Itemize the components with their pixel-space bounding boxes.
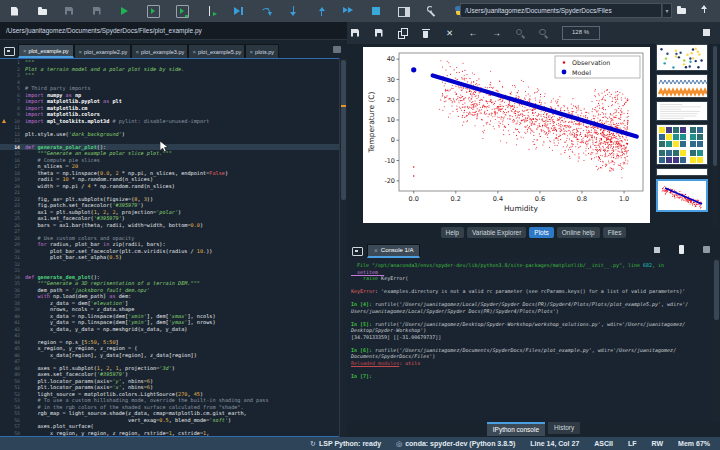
- editor-tab-plot_example2.py[interactable]: ×plot_example2.py: [74, 44, 131, 58]
- run-cell-icon[interactable]: [147, 5, 160, 18]
- inspect-object-icon[interactable]: [676, 244, 687, 255]
- plot-thumbnail-scatter-classes[interactable]: [656, 44, 708, 71]
- thumbnails-scrollbar[interactable]: [712, 44, 718, 225]
- close-all-plots-icon[interactable]: ✕: [444, 28, 455, 39]
- options-menu-icon[interactable]: [701, 244, 712, 255]
- plot-thumbnail-colorbar[interactable]: [656, 168, 708, 176]
- browse-tabs-icon[interactable]: [4, 47, 15, 56]
- close-icon[interactable]: ×: [374, 244, 378, 257]
- editor-tab-plot_example3.py[interactable]: ×plot_example3.py: [131, 44, 188, 58]
- svg-text:0: 0: [391, 136, 395, 144]
- svg-text:40: 40: [387, 55, 395, 63]
- svg-text:Temperature (C): Temperature (C): [367, 91, 376, 153]
- status-lf: LF: [628, 440, 637, 447]
- pane-tab-files[interactable]: Files: [603, 227, 627, 238]
- fit-plots-icon[interactable]: [701, 28, 712, 39]
- status-bar: ↻LSP Python: ready◎conda: spyder-dev (Py…: [0, 437, 720, 450]
- scrollbar-thumb[interactable]: [714, 260, 719, 320]
- tab-label: plot_example3.py: [141, 45, 184, 59]
- zoom-out-icon[interactable]: [538, 28, 549, 39]
- step-into-icon[interactable]: [288, 6, 299, 17]
- maximize-pane-icon[interactable]: [398, 7, 410, 17]
- plot-thumbnail-heatmap-matrix[interactable]: [656, 124, 708, 165]
- zoom-level-spinbox[interactable]: 128 %: [562, 26, 600, 40]
- pane-tab-help[interactable]: Help: [441, 227, 464, 238]
- pane-tab-row: HelpVariable ExplorerPlotsOnline helpFil…: [347, 225, 720, 240]
- open-file-icon[interactable]: [37, 6, 48, 17]
- save-all-plots-icon[interactable]: [374, 28, 385, 39]
- run-icon[interactable]: [119, 6, 130, 17]
- tab-label: plot_example5.py: [198, 45, 241, 59]
- svg-text:Model: Model: [572, 69, 591, 76]
- spyder-window: /Users/juanitagomez/Documents/SpyderDocs…: [0, 0, 720, 450]
- status-rw: RW: [652, 440, 664, 447]
- editor-scrollbar[interactable]: [339, 58, 347, 437]
- editor-tab-plot_example5.py[interactable]: ×plot_example5.py: [188, 44, 245, 58]
- humidity-temperature-chart[interactable]: -20-100102030400.00.20.40.60.81.0Humidit…: [363, 47, 650, 223]
- preferences-icon[interactable]: [427, 6, 438, 17]
- status-icon: ↻: [310, 440, 316, 448]
- working-directory-combo[interactable]: /Users/juanitagomez/Documents/SpyderDocs…: [460, 3, 662, 18]
- editor-tab-plot_example.py[interactable]: ×plot_example.py: [18, 44, 74, 58]
- svg-text:-20: -20: [384, 177, 395, 185]
- status-mem-67-: Mem 67%: [678, 440, 710, 447]
- status-lsp-python: ↻LSP Python: ready: [310, 440, 381, 448]
- parent-dir-icon[interactable]: [699, 5, 710, 16]
- plot-thumbnail-humidity-scatter[interactable]: [656, 179, 708, 212]
- tab-label: plot_example.py: [29, 44, 69, 58]
- run-selection-icon[interactable]: [206, 6, 217, 17]
- save-plot-icon[interactable]: [350, 28, 361, 39]
- new-file-icon[interactable]: [9, 6, 20, 17]
- continue-execution-icon[interactable]: [343, 6, 354, 17]
- tab-ipython-console[interactable]: IPython console: [487, 422, 545, 436]
- zoom-in-icon[interactable]: [515, 28, 526, 39]
- interrupt-kernel-icon[interactable]: [651, 244, 662, 255]
- scrollbar-thumb[interactable]: [341, 60, 346, 200]
- editor-tab-plots.py[interactable]: ×plots.py: [245, 44, 279, 58]
- svg-text:30: 30: [387, 76, 395, 84]
- workdir-toolbar: [676, 5, 710, 16]
- close-icon[interactable]: ×: [23, 44, 27, 58]
- run-cell-advance-icon[interactable]: [176, 5, 189, 18]
- browse-tabs-icon[interactable]: [352, 247, 363, 256]
- ipython-console-output[interactable]: File "/opt/anaconda3/envs/spyder-dev/lib…: [347, 258, 720, 422]
- pane-tab-online-help[interactable]: Online help: [557, 227, 600, 238]
- svg-text:-10: -10: [384, 157, 395, 165]
- save-icon[interactable]: [64, 6, 75, 17]
- tab-options-icon[interactable]: [332, 44, 343, 55]
- file-path-breadcrumb: /Users/juanitagomez/Documents/SpyderDocs…: [0, 22, 347, 40]
- plot-thumbnail-waveforms[interactable]: [656, 74, 708, 98]
- tab-history[interactable]: History: [548, 422, 580, 434]
- code-editor[interactable]: 1"""2Plot a terrain model and a polar pl…: [0, 58, 347, 437]
- close-icon[interactable]: ×: [193, 45, 197, 59]
- svg-text:0.0: 0.0: [409, 195, 419, 203]
- previous-plot-icon[interactable]: ←: [468, 28, 479, 39]
- save-all-icon[interactable]: [92, 6, 103, 17]
- console-line: In [7]:: [351, 373, 720, 380]
- copy-plot-icon[interactable]: [397, 28, 408, 39]
- status-ascii: ASCII: [594, 440, 613, 447]
- scrollbar-thumb[interactable]: [713, 46, 717, 166]
- warning-icon: [2, 119, 6, 123]
- chevron-down-icon[interactable]: ▾: [663, 3, 672, 18]
- close-icon[interactable]: ×: [250, 45, 254, 59]
- console-tabbar: ×Console 1/A: [347, 240, 720, 258]
- console-scrollbar[interactable]: [713, 258, 720, 422]
- step-return-icon[interactable]: [316, 6, 327, 17]
- close-icon[interactable]: ×: [79, 45, 83, 59]
- pane-tab-plots[interactable]: Plots: [529, 227, 553, 238]
- code-line: 58 x_region, y_region, z_region, rstride…: [0, 430, 347, 437]
- stop-debug-icon[interactable]: [371, 6, 382, 17]
- plot-thumbnail-faint-lines[interactable]: [656, 101, 708, 121]
- svg-text:10: 10: [387, 116, 395, 124]
- tab-console-1a[interactable]: ×Console 1/A: [367, 244, 420, 258]
- debug-file-icon[interactable]: [233, 6, 244, 17]
- step-over-icon[interactable]: [261, 6, 272, 17]
- open-dir-icon[interactable]: [676, 5, 687, 16]
- remove-plot-icon[interactable]: [421, 28, 432, 39]
- plot-thumbnail-list: [656, 44, 710, 225]
- next-plot-icon[interactable]: →: [491, 28, 502, 39]
- close-icon[interactable]: ×: [136, 45, 140, 59]
- pane-tab-variable-explorer[interactable]: Variable Explorer: [467, 227, 526, 238]
- svg-text:0.8: 0.8: [577, 195, 587, 203]
